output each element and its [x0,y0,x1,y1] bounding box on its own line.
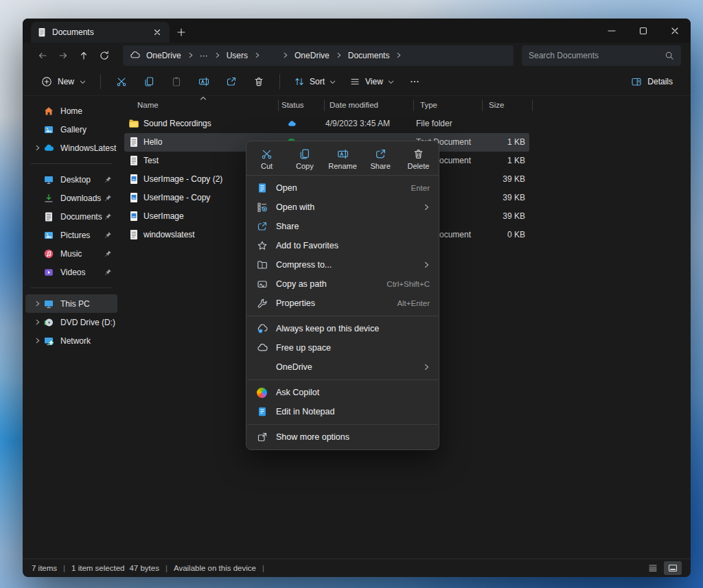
folder-icon [128,118,139,129]
menu-item-share[interactable]: Share [246,217,439,236]
refresh-button[interactable] [94,45,115,66]
pin-icon [104,194,112,202]
sidebar-item-documents[interactable]: Documents [25,207,117,226]
breadcrumb-item-documents[interactable]: Documents [343,49,395,62]
sidebar-item-this-pc[interactable]: This PC [25,294,117,313]
breadcrumb-item-onedrive[interactable]: OneDrive [141,49,186,62]
details-view-button[interactable] [644,561,662,575]
status-divider: | [165,564,168,572]
back-button[interactable] [32,45,53,66]
close-button[interactable] [659,19,691,43]
details-pane-icon [631,76,642,87]
more-options-button[interactable] [401,71,428,93]
context-cut-button[interactable]: Cut [251,146,283,172]
expand-chevron-icon[interactable] [31,319,43,325]
file-name: UserImage - Copy [143,193,210,202]
column-headers: Name Status Date modified Type Size [120,96,691,115]
menu-item-open-with[interactable]: Open with [246,198,439,217]
file-name: Sound Recordings [143,119,211,128]
chevron-right-icon [253,52,262,58]
sidebar-item-windowslatest-onedrive[interactable]: WindowsLatest - Pe [25,139,117,157]
tab-documents[interactable]: Documents [31,22,170,43]
image-document-icon [128,174,139,185]
sidebar-item-videos[interactable]: Videos [25,263,117,281]
column-separator[interactable] [413,99,414,111]
sidebar-item-pictures[interactable]: Pictures [25,226,117,244]
file-row-sound-recordings[interactable]: Sound Recordings 4/9/2023 3:45 AM File f… [124,115,529,133]
column-header-date-modified[interactable]: Date modified [330,101,378,109]
menu-item-add-to-favorites[interactable]: Add to Favorites [246,236,439,255]
context-copy-button[interactable]: Copy [288,146,321,172]
sidebar-item-home[interactable]: Home [25,102,117,120]
sidebar-item-downloads[interactable]: Downloads [25,189,117,207]
maximize-button[interactable] [627,19,659,43]
sort-button[interactable]: Sort [287,71,343,93]
menu-item-free-up-space[interactable]: Free up space [246,338,439,357]
column-header-name[interactable]: Name [137,101,159,109]
column-header-size[interactable]: Size [489,101,504,109]
view-button[interactable]: View [343,71,401,93]
context-rename-button[interactable]: Rename [326,146,358,172]
share-icon [375,148,387,160]
sidebar-item-network[interactable]: Network [25,331,117,350]
menu-item-ask-copilot[interactable]: Ask Copilot [246,383,439,402]
file-size: 39 KB [503,193,525,202]
context-delete-button[interactable]: Delete [402,146,435,172]
menu-item-properties[interactable]: Properties Alt+Enter [246,294,439,313]
column-header-type[interactable]: Type [420,101,437,109]
breadcrumb-item-users[interactable]: Users [222,49,253,62]
details-pane-button[interactable]: Details [624,71,680,93]
share-button[interactable] [218,71,245,93]
menu-item-show-more-options[interactable]: Show more options [246,427,439,447]
breadcrumb-item-onedrive-2[interactable]: OneDrive [290,49,334,62]
sidebar-item-desktop[interactable]: Desktop [25,170,117,189]
sidebar-item-gallery[interactable]: Gallery [25,120,117,139]
tab-title: Documents [52,27,146,37]
menu-item-always-keep-on-device[interactable]: Always keep on this device [246,319,439,338]
music-icon [43,248,54,259]
tab-close-icon[interactable] [151,26,163,38]
up-button[interactable] [73,45,94,66]
column-separator[interactable] [482,99,483,111]
column-header-status[interactable]: Status [281,101,304,109]
menu-item-compress-to[interactable]: Compress to... [246,255,439,274]
menu-divider [247,424,438,425]
large-icons-view-button[interactable] [664,561,682,575]
new-tab-button[interactable] [170,22,193,43]
copy-button[interactable] [135,71,163,93]
breadcrumb-overflow[interactable]: ··· [195,49,213,62]
delete-button[interactable] [245,71,273,93]
menu-item-edit-in-notepad[interactable]: Edit in Notepad [246,402,439,421]
cut-button[interactable] [108,71,135,93]
file-name: Hello [143,137,162,147]
file-date: 4/9/2023 3:45 AM [325,119,390,128]
sidebar-item-dvd-drive[interactable]: DVD Drive (D:) CCC [25,313,117,331]
column-separator[interactable] [278,99,279,111]
expand-chevron-icon[interactable] [31,145,43,151]
minimize-button[interactable] [596,19,627,43]
context-share-button[interactable]: Share [365,146,397,172]
sidebar-item-music[interactable]: Music [25,244,117,263]
new-button[interactable]: New [34,71,93,93]
file-name: UserImage [143,211,184,221]
cloud-status-icon [287,119,297,128]
expand-chevron-icon[interactable] [31,338,43,344]
expand-chevron-icon[interactable] [31,301,43,307]
compress-icon [255,259,268,272]
breadcrumb: OneDrive ··· Users OneDrive Documents [123,45,514,66]
onedrive-cloud-icon [130,50,140,60]
menu-item-onedrive[interactable]: OneDrive [246,357,439,377]
menu-item-open[interactable]: Open Enter [246,178,439,198]
breadcrumb-item-user[interactable] [262,50,281,61]
pin-icon [104,231,112,239]
search-icon [665,51,674,60]
rename-button[interactable] [190,71,218,93]
copilot-icon [255,386,268,399]
column-separator[interactable] [532,99,533,111]
menu-item-copy-as-path[interactable]: Copy as path Ctrl+Shift+C [246,274,439,294]
paste-button[interactable] [163,71,190,93]
search-input[interactable]: Search Documents [522,45,681,66]
downloads-icon [43,193,54,204]
column-separator[interactable] [324,99,325,111]
forward-button[interactable] [53,45,73,66]
